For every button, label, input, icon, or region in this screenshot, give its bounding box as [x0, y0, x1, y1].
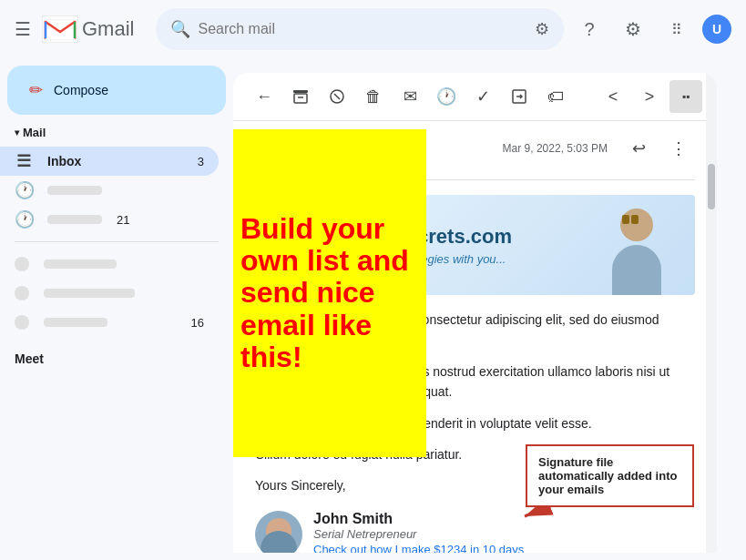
- inbox-badge: 3: [198, 155, 204, 168]
- banner-person: [600, 195, 673, 295]
- compose-button[interactable]: ✏ Compose: [7, 66, 226, 115]
- compose-label: Compose: [54, 83, 108, 97]
- email-signature: John Smith Serial Netrepreneur Check out…: [255, 511, 695, 553]
- svg-rect-6: [294, 94, 307, 103]
- svg-line-9: [334, 94, 340, 99]
- sidebar-placeholder-3: 16: [0, 308, 219, 337]
- email-date: Mar 9, 2022, 5:03 PM: [503, 142, 608, 155]
- main-layout: ✏ Compose ▾ Mail ☰ Inbox 3 🕐 🕐 21: [0, 58, 746, 560]
- mail-button[interactable]: ✉: [393, 80, 426, 113]
- person-body: [612, 245, 661, 295]
- sig-name: John Smith: [313, 511, 524, 527]
- sidebar-item-snoozed[interactable]: 🕐: [0, 176, 219, 205]
- other-badge: 21: [117, 213, 129, 227]
- svg-rect-5: [293, 90, 308, 93]
- email-more-button[interactable]: ⋮: [662, 132, 695, 165]
- move-button[interactable]: [503, 80, 536, 113]
- snooze-button[interactable]: 🕐: [430, 80, 463, 113]
- sig-annotation-text: Signature file automatically added into …: [538, 455, 677, 496]
- archive-button[interactable]: [284, 80, 317, 113]
- sidebar-placeholder-1: [0, 249, 219, 279]
- email-panel: Build your own list and send nice email …: [233, 66, 731, 553]
- inbox-label: Inbox: [47, 154, 183, 168]
- task-button[interactable]: ✓: [466, 80, 499, 113]
- meet-section: Meet: [0, 344, 233, 373]
- top-bar: ☰ Gmail 🔍 ⚙ ? ⚙ ⠿ U: [0, 0, 746, 58]
- scrollbar[interactable]: [706, 73, 717, 553]
- search-input[interactable]: [198, 21, 527, 37]
- sig-info: John Smith Serial Netrepreneur Check out…: [313, 511, 524, 553]
- sidebar-placeholder-2: [0, 279, 219, 308]
- label-button[interactable]: 🏷: [539, 80, 572, 113]
- yellow-annotation-text: Build your own list and send nice email …: [240, 213, 412, 373]
- app-title: Gmail: [82, 17, 134, 41]
- sig-avatar: [255, 511, 302, 553]
- search-tune-icon[interactable]: ⚙: [535, 19, 549, 39]
- back-button[interactable]: ←: [248, 80, 281, 113]
- gmail-logo: Gmail: [42, 15, 134, 43]
- reply-button[interactable]: ↩: [622, 132, 655, 165]
- mail-section-arrow: ▾: [15, 127, 19, 137]
- sidebar-item-inbox[interactable]: ☰ Inbox 3: [0, 147, 219, 176]
- nav-divider: [15, 241, 219, 242]
- sidebar-item-other[interactable]: 🕐 21: [0, 205, 219, 234]
- person-glasses2: [631, 215, 639, 224]
- help-button[interactable]: ?: [571, 11, 608, 47]
- person-head: [620, 209, 653, 241]
- gmail-m-logo: [42, 15, 78, 43]
- toolbar-nav: < > ▪▪: [597, 80, 702, 113]
- person-glasses: [622, 215, 629, 224]
- view-toggle-button[interactable]: ▪▪: [669, 80, 702, 113]
- report-button[interactable]: [321, 80, 353, 113]
- move-icon: [510, 87, 528, 106]
- compose-pencil-icon: ✏: [29, 80, 43, 100]
- sig-annotation-box: Signature file automatically added into …: [526, 444, 694, 507]
- mail-section-label: Mail: [23, 126, 46, 139]
- avatar[interactable]: U: [702, 15, 731, 44]
- top-right-icons: ? ⚙ ⠿ U: [571, 11, 731, 47]
- sidebar: ✏ Compose ▾ Mail ☰ Inbox 3 🕐 🕐 21: [0, 58, 233, 560]
- search-bar: 🔍 ⚙: [156, 8, 564, 50]
- scrollbar-thumb: [708, 164, 715, 209]
- prev-email-button[interactable]: <: [597, 80, 629, 113]
- report-icon: [328, 87, 346, 106]
- sig-title: Serial Netrepreneur: [313, 527, 524, 541]
- next-email-button[interactable]: >: [633, 80, 666, 113]
- sig-link[interactable]: Check out how I make $1234 in 10 days: [313, 543, 524, 553]
- search-icon: 🔍: [170, 19, 190, 39]
- other-icon: 🕐: [15, 209, 33, 229]
- archive-icon: [291, 87, 310, 106]
- settings-button[interactable]: ⚙: [615, 11, 651, 47]
- inbox-icon: ☰: [15, 151, 33, 171]
- apps-button[interactable]: ⠿: [659, 11, 695, 47]
- email-toolbar: ← 🗑 ✉ 🕐 ✓: [233, 73, 717, 121]
- snoozed-icon: 🕐: [15, 180, 33, 200]
- email-header-right: Mar 9, 2022, 5:03 PM ↩ ⋮: [503, 132, 695, 165]
- placeholder-badge: 16: [191, 316, 204, 330]
- delete-button[interactable]: 🗑: [357, 80, 390, 113]
- yellow-annotation: Build your own list and send nice email …: [233, 129, 426, 457]
- menu-icon[interactable]: ☰: [15, 18, 31, 40]
- nav-section: ▾ Mail ☰ Inbox 3 🕐 🕐 21: [0, 122, 233, 337]
- meet-label: Meet: [15, 351, 44, 366]
